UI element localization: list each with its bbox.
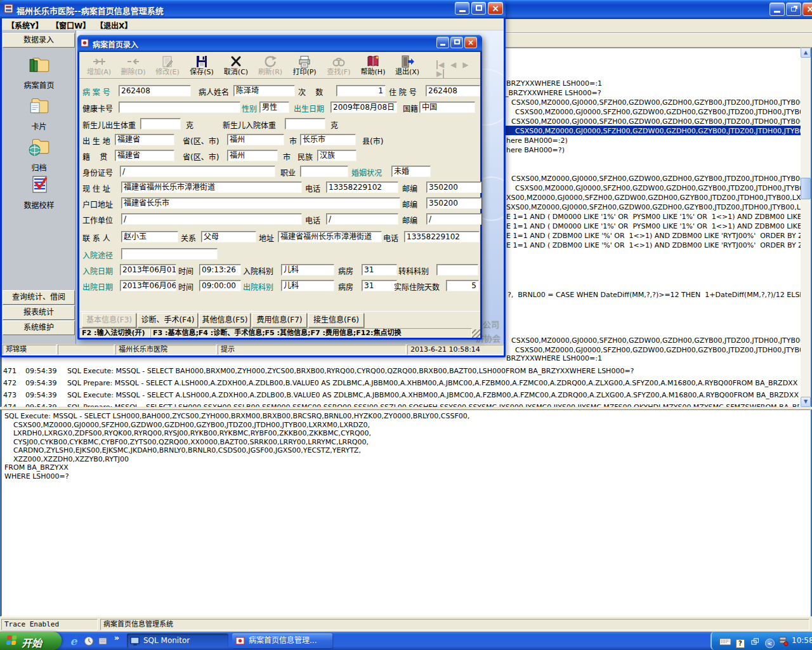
admission-no-input[interactable]: 262408 [426,85,480,96]
menu-exit[interactable]: 【退出X】 [96,20,132,30]
clock-launcher-icon[interactable] [82,636,95,649]
gender-input[interactable]: 男性 [259,102,289,113]
sidebar-item-card[interactable]: 卡片 [2,93,76,131]
admission-path-input[interactable] [121,248,218,260]
exit-button[interactable]: 退出(X) [390,53,424,79]
ethnicity-input[interactable]: 汉族 [317,150,357,161]
dialog-titlebar[interactable]: 病案首页录入 × [77,35,482,52]
contact-rel-input[interactable]: 父母 [201,231,256,242]
transfer-dept-input[interactable] [436,264,478,275]
save-button[interactable]: 保存(S) [185,53,219,79]
native-city-input[interactable]: 福州 [227,150,278,161]
resize-grip[interactable] [472,329,480,338]
nationality-input[interactable]: 中国 [419,102,475,113]
minimize-icon[interactable] [436,37,449,48]
household-zip-input[interactable]: 350200 [426,197,481,209]
current-zip-input[interactable]: 350200 [426,182,481,193]
birth-weight-input[interactable] [140,118,181,129]
start-button[interactable]: 开始 [0,632,62,650]
discharge-dept-input[interactable]: 儿科 [281,280,334,291]
tab-other-info[interactable]: 其他信息(F5) [199,313,251,328]
contact-name-input[interactable]: 赵小玉 [121,231,178,242]
sql-log-row[interactable]: 474 09:54:39 SQL Prepare: MSSQL - SELECT… [0,401,801,407]
menu-system[interactable]: 【系统Y】 [7,20,43,30]
contact-phone-input[interactable]: 13358229102 [404,231,480,242]
sidebar-group-data-entry[interactable]: 数据录入 [3,33,75,48]
chevron-more-icon[interactable]: » [110,633,123,646]
health-card-input[interactable] [119,102,240,113]
maximize-icon[interactable] [450,37,463,48]
discharge-time-input[interactable]: 09:00:00 [199,280,241,291]
sidebar-group-report-stats[interactable]: 报表统计 [3,305,75,320]
taskbar-clock[interactable]: 10:58 [792,632,812,650]
scrollbar-thumb[interactable] [801,178,811,199]
marital-input[interactable]: 未婚 [391,166,431,177]
ime-help-icon[interactable]: ? [736,636,745,648]
admit-ward-input[interactable]: 31 [362,264,397,275]
nav-next-icon[interactable]: ▶ [462,60,468,69]
sql-line-selected[interactable]: CSXS00,MZ0000,GJ0000,SFZH00,GZDW00,GZDH0… [515,127,801,135]
patient-name-input[interactable]: 陈泽埼 [233,85,295,96]
birth-county-input[interactable]: 长乐市 [300,134,356,145]
tab-basic-info[interactable]: 基本信息(F3) [82,313,136,328]
sql-log-row[interactable]: 472 09:54:39 SQL Prepare: MSSQL - SELECT… [0,377,801,389]
window-launcher-icon[interactable] [96,636,109,649]
scroll-down-icon[interactable]: ▼ [801,397,811,407]
sql-log-row[interactable]: 473 09:54:39 SQL Execute: MSSQL - SELECT… [0,389,801,401]
refresh-button[interactable]: 刷新(R) [253,53,287,79]
admit-date-input[interactable]: 2013年06月01日 [120,264,176,275]
window-restore-tray-icon[interactable] [751,637,759,649]
menu-window[interactable]: 【窗口W】 [51,20,90,30]
minimize-icon[interactable] [769,3,785,16]
birth-city-input[interactable]: 福州 [227,134,284,145]
close-icon[interactable]: × [802,3,812,16]
times-input[interactable]: 1 [336,85,386,96]
sidebar-item-data-proof[interactable]: 数据校样 [2,173,76,210]
actual-days-input[interactable]: 5 [446,280,479,291]
nav-prev-icon[interactable]: ◀ [450,60,456,69]
employer-phone-input[interactable]: / [326,213,398,225]
minimize-icon[interactable] [455,2,469,15]
close-icon[interactable]: × [488,2,503,15]
id-no-input[interactable]: / [120,166,275,177]
taskbar-button-sql-monitor[interactable]: SQL Monitor [127,633,228,648]
sidebar-group-query-stats[interactable]: 查询统计、借阅 [3,290,75,305]
keyboard-icon[interactable] [719,637,731,649]
birth-date-input[interactable]: 2009年08月08日 [331,102,397,113]
main-titlebar[interactable]: 福州长乐市医院--病案首页信息管理系统 × [0,0,506,18]
maximize-icon[interactable] [471,2,486,15]
ie-icon[interactable]: e [67,635,80,647]
birth-place-input[interactable]: 福建省 [115,134,174,145]
discharge-ward-input[interactable]: 31 [362,280,397,291]
print-button[interactable]: 打印(P) [287,53,322,79]
contact-addr-input[interactable]: 福建省福州长乐市漳港街道 [278,231,382,242]
delete-button[interactable]: 删除(D) [116,53,150,79]
add-button[interactable]: 增加(A) [82,53,116,79]
case-no-input[interactable]: 262408 [119,85,191,96]
hide-icons-chevron[interactable]: < [765,636,775,648]
native-place-input[interactable]: 福建省 [115,150,174,161]
admit-time-input[interactable]: 09:13:26 [199,264,241,275]
database-tray-icon[interactable] [779,637,789,649]
admit-weight-input[interactable] [285,118,325,129]
taskbar-button-record-system[interactable]: 病案首页信息管理... [232,633,332,648]
sidebar-item-record-frontpage[interactable]: 病案首页 [2,51,76,90]
sidebar-group-maintenance[interactable]: 系统维护 [3,321,75,335]
discharge-date-input[interactable]: 2013年06月06日 [120,280,176,291]
sidebar-item-archive[interactable]: 归档 [2,134,76,173]
vertical-scrollbar[interactable]: ▲ ▼ [801,48,811,407]
employer-zip-input[interactable]: / [426,213,481,225]
tab-delivery-info[interactable]: 接生信息(F6) [308,313,364,328]
tab-diagnosis-surgery[interactable]: 诊断、手术(F4) [138,313,198,328]
close-icon[interactable]: × [464,37,477,48]
current-phone-input[interactable]: 13358229102 [326,182,398,193]
current-addr-input[interactable]: 福建省福州长乐市漳港街道 [121,182,302,193]
cancel-button[interactable]: 取消(C) [219,53,253,79]
admit-dept-input[interactable]: 儿科 [281,264,334,275]
sql-log-row[interactable]: 471 09:54:39 SQL Execute: MSSQL - SELECT… [0,365,801,377]
tab-fee-info[interactable]: 费用信息(F7) [252,313,307,328]
modify-button[interactable]: 修改(E) [150,53,185,79]
help-button[interactable]: 帮助(H) [356,53,390,79]
find-button[interactable]: 查找(F) [322,53,356,79]
nav-last-icon[interactable]: ▶ [436,69,444,78]
